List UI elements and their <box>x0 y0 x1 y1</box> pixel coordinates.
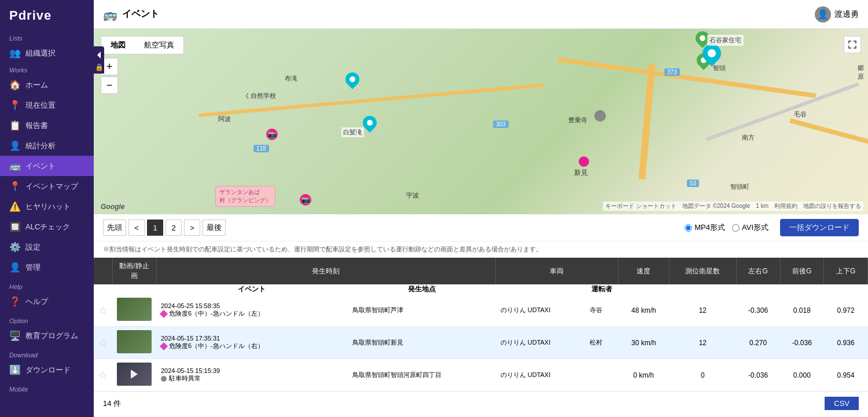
works-section-label: Works <box>0 63 94 75</box>
mp4-radio[interactable] <box>685 224 692 232</box>
road-badge-373: 373 <box>664 68 680 76</box>
event-label: 駐車時異常 <box>161 374 343 383</box>
page-1-button[interactable]: 1 <box>147 220 163 236</box>
fb-g-cell: -0.036 <box>780 327 824 359</box>
sidebar-item-download[interactable]: ⬇️ ダウンロード <box>0 360 94 380</box>
first-page-button[interactable]: 先頭 <box>103 220 126 236</box>
sidebar-item-org[interactable]: 👥 組織選択 <box>0 43 94 63</box>
map-label-chizu: 智頭 <box>713 64 726 72</box>
sidebar-item-home-label: ホーム <box>25 80 48 90</box>
sidebar-item-settings-label: 設定 <box>25 242 41 253</box>
col-speed: 速度 <box>618 258 669 284</box>
avi-radio[interactable] <box>732 224 740 232</box>
location-cell: 鳥取県智頭町芦津 <box>348 294 496 327</box>
star-button[interactable]: ☆ <box>98 336 108 349</box>
col-event-sub: イベント <box>156 284 348 294</box>
sidebar-item-download-label: ダウンロード <box>25 365 71 375</box>
help-icon: ❓ <box>9 296 21 307</box>
map-label-shiragitaki: 白髪滝 <box>341 127 364 137</box>
sidebar-item-stats-label: 統計分析 <box>25 141 56 151</box>
map-label-keta: 毛谷 <box>794 110 807 119</box>
col-ud-g: 上下G <box>824 258 868 284</box>
map-label-ishitani: 石谷家住宅 <box>707 35 744 46</box>
page-header: 🚌 イベント 👤 渡邊勇 <box>94 0 868 29</box>
satellites-cell: 0 <box>669 359 736 392</box>
event-label: 危険度6（中）-急ハンドル（左） <box>161 309 343 318</box>
page-title: イベント <box>122 8 159 20</box>
event-diamond-icon <box>160 342 168 350</box>
map-pin-1[interactable] <box>343 70 362 89</box>
sidebar-item-alc-label: ALCチェック <box>25 222 70 232</box>
sidebar-item-education[interactable]: 🖥️ 教育プログラム <box>0 325 94 346</box>
sidebar-item-help[interactable]: ❓ ヘルプ <box>0 291 94 312</box>
ud-g-cell: 0.972 <box>824 294 868 327</box>
map-camera-2[interactable]: 📷 <box>300 194 311 206</box>
map-label-niimi: 新見 <box>574 168 588 178</box>
sidebar-item-home[interactable]: 🏠 ホーム <box>0 75 94 95</box>
play-icon <box>131 370 138 379</box>
sidebar-item-report-label: 報告書 <box>25 120 48 131</box>
csv-button[interactable]: CSV <box>825 397 859 410</box>
sidebar-item-eventmap[interactable]: 📍 イベントマップ <box>0 176 94 196</box>
location-cell: 鳥取県智頭町新見 <box>348 327 496 359</box>
next-page-button[interactable]: > <box>184 220 200 236</box>
sidebar-item-stats[interactable]: 👤 統計分析 <box>0 136 94 156</box>
mp4-option[interactable]: MP4形式 <box>685 222 725 233</box>
thumbnail-cell[interactable] <box>112 359 156 392</box>
image-thumbnail[interactable] <box>117 298 152 321</box>
map-label-unami: 宇波 <box>406 191 419 200</box>
star-cell: ☆ <box>94 327 112 359</box>
col-media: 動画/静止画 <box>112 258 156 284</box>
map-pin-gray[interactable] <box>594 110 606 122</box>
sidebar-item-event[interactable]: 🚌 イベント <box>0 156 94 176</box>
image-thumbnail[interactable] <box>117 330 152 353</box>
map-type-map[interactable]: 地図 <box>101 36 135 54</box>
sidebar-item-eventmap-label: イベントマップ <box>25 181 78 192</box>
map-label-futaki: 布滝 <box>285 74 297 83</box>
header-icon: 🚌 <box>103 8 117 21</box>
table-area: 先頭 < 1 2 > 最後 MP4形式 AVI形式 一括ダウンロード <box>94 214 868 417</box>
sidebar-item-org-label: 組織選択 <box>25 48 56 58</box>
page-2-button[interactable]: 2 <box>165 220 182 236</box>
prev-page-button[interactable]: < <box>128 220 145 236</box>
star-cell: ☆ <box>94 359 112 392</box>
table-row: ☆2024-05-15 17:35:31危険度6（中）-急ハンドル（右）鳥取県智… <box>94 327 868 359</box>
download-all-button[interactable]: 一括ダウンロード <box>780 219 859 236</box>
video-thumbnail[interactable] <box>117 363 152 386</box>
avi-option[interactable]: AVI形式 <box>732 222 768 233</box>
lr-g-cell: -0.306 <box>736 294 780 327</box>
col-media-sub <box>112 284 156 294</box>
col-satellites-sub <box>669 284 736 294</box>
sidebar-item-alc[interactable]: 🔲 ALCチェック <box>0 217 94 237</box>
sidebar-item-report[interactable]: 📋 報告書 <box>0 115 94 136</box>
col-speed-sub <box>618 284 669 294</box>
star-button[interactable]: ☆ <box>98 304 108 317</box>
star-button[interactable]: ☆ <box>98 369 108 382</box>
record-count: 14 件 <box>103 398 121 409</box>
settings-icon: ⚙️ <box>9 242 21 253</box>
hiyari-icon: ⚠️ <box>9 201 21 212</box>
lists-section-label: Lists <box>0 31 94 43</box>
sidebar-item-location[interactable]: 📍 現在位置 <box>0 95 94 115</box>
map-fullscreen-button[interactable] <box>844 36 861 53</box>
map-camera-1[interactable]: 📷 <box>266 129 278 140</box>
thumbnail-cell[interactable] <box>112 327 156 359</box>
map-pin-event[interactable] <box>579 156 589 167</box>
map-road-6 <box>789 118 868 152</box>
last-page-button[interactable]: 最後 <box>203 220 226 236</box>
sidebar-item-hiyari[interactable]: ⚠️ ヒヤリハット <box>0 196 94 217</box>
map-type-satellite[interactable]: 航空写真 <box>135 36 183 54</box>
pagination-bar: 先頭 < 1 2 > 最後 MP4形式 AVI形式 一括ダウンロード <box>94 214 868 242</box>
option-section-label: Option <box>0 314 94 325</box>
zoom-out-button[interactable]: − <box>101 76 118 94</box>
sidebar-collapse-button[interactable] <box>94 46 104 64</box>
event-label: 危険度6（中）-急ハンドル（右） <box>161 342 343 350</box>
table-row: ☆2024-05-25 15:58:35危険度6（中）-急ハンドル（左）鳥取県智… <box>94 294 868 327</box>
speed-cell: 30 km/h <box>618 327 669 359</box>
thumbnail-cell[interactable] <box>112 294 156 327</box>
sidebar-item-admin[interactable]: 👤 管理 <box>0 257 94 277</box>
col-star <box>94 258 112 284</box>
sidebar-item-settings[interactable]: ⚙️ 設定 <box>0 237 94 257</box>
col-lr-g: 左右G <box>736 258 780 284</box>
col-location-sub: 発生地点 <box>348 284 496 294</box>
